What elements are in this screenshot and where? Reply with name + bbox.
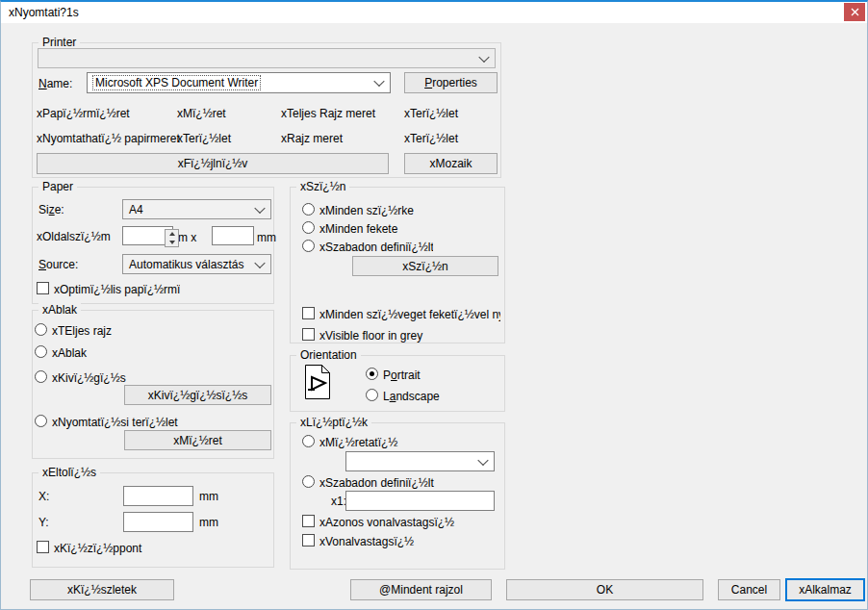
scale-x1-input[interactable] xyxy=(345,491,495,511)
filename-button[interactable]: xFï¿½jlnï¿½v xyxy=(37,153,389,174)
floor-grey-checkbox[interactable] xyxy=(302,328,315,341)
spinner-down-icon[interactable] xyxy=(166,239,178,247)
orientation-group: Orientation Portrait Landscape xyxy=(290,355,505,412)
print-dialog-window: xNyomtati?1s Printer Name: Microsoft XPS… xyxy=(0,0,868,610)
custom-color-radio[interactable] xyxy=(302,240,315,252)
print-area-radio[interactable] xyxy=(35,415,47,427)
close-icon xyxy=(851,8,859,16)
portrait-radio[interactable] xyxy=(366,368,378,380)
presets-button[interactable]: xKï¿½szletek xyxy=(30,579,174,600)
draw-all-button-label: @Mindent rajzol xyxy=(379,583,463,597)
apply-button[interactable]: xAlkalmaz xyxy=(785,578,865,601)
crop-radio[interactable] xyxy=(35,370,47,383)
cancel-button[interactable]: Cancel xyxy=(718,579,780,600)
landscape-radio[interactable] xyxy=(366,389,378,401)
text-black-checkbox-label: xMinden szï¿½veget feketï¿½vel nyomtat xyxy=(319,308,500,321)
chevron-down-icon xyxy=(477,454,488,465)
color-button-label: xSzï¿½n xyxy=(402,260,447,273)
mosaic-button[interactable]: xMozaik xyxy=(404,153,498,174)
crop-button-label: xKivï¿½gï¿½sï¿½s xyxy=(148,389,247,402)
printer-name-label: Name: xyxy=(38,77,72,90)
all-black-radio-label: xMinden fekete xyxy=(319,222,397,236)
scale-x1-label: x1: xyxy=(331,495,346,508)
all-black-radio[interactable] xyxy=(302,221,315,234)
scale-custom-radio[interactable] xyxy=(302,475,315,488)
full-drawing-size-info-label: xTeljes Rajz meret xyxy=(281,107,375,120)
offset-x-label: X: xyxy=(38,490,49,503)
size-info-label: xMï¿½ret xyxy=(177,107,226,120)
lineweight-checkbox[interactable] xyxy=(302,534,315,546)
orientation-group-label: Orientation xyxy=(296,348,361,362)
mm-label: mm xyxy=(257,231,276,244)
ok-button-label: OK xyxy=(597,583,613,597)
same-lineweight-checkbox-label: xAzonos vonalvastagsï¿½ xyxy=(319,516,454,529)
size-button[interactable]: xMï¿½ret xyxy=(124,430,271,450)
offset-y-input[interactable] xyxy=(123,512,193,532)
text-black-checkbox[interactable] xyxy=(302,307,315,319)
window-radio[interactable] xyxy=(35,345,47,358)
paper-size-select[interactable]: A4 xyxy=(122,199,271,219)
size-button-label: xMï¿½ret xyxy=(173,434,222,447)
portrait-radio-label: Portrait xyxy=(383,369,421,382)
offset-group: xEltolï¿½s X: mm Y: mm xKï¿½zï¿½ppont xyxy=(32,472,274,568)
printer-device-select[interactable] xyxy=(38,48,496,68)
paper-size-info-label: xPapï¿½rmï¿½ret xyxy=(37,107,130,120)
paper-width-stepper[interactable] xyxy=(165,229,179,247)
source-label: Source: xyxy=(38,258,78,271)
paper-group-label: Paper xyxy=(38,180,77,193)
size-label: Size: xyxy=(38,203,64,216)
draw-all-button[interactable]: @Mindent rajzol xyxy=(350,579,492,600)
mosaic-button-label: xMozaik xyxy=(429,157,472,170)
apply-button-label: xAlkalmaz xyxy=(799,583,852,597)
window-area-group: xAblak xTEljes rajz xAblak xKivï¿½gï¿½s … xyxy=(32,310,274,459)
paper-source-value: Automatikus választás xyxy=(129,258,243,271)
optimal-paper-checkbox[interactable] xyxy=(37,282,49,294)
crop-radio-label: xKivï¿½gï¿½s xyxy=(52,371,135,385)
paper-size-value: A4 xyxy=(129,203,143,216)
titlebar[interactable]: xNyomtati?1s xyxy=(1,2,867,23)
paper-source-select[interactable]: Automatikus választás xyxy=(122,254,271,274)
scale-group-label: xLï¿½ptï¿½k xyxy=(296,416,371,429)
area-info-label-2: xTerï¿½let xyxy=(177,132,231,145)
offset-x-unit-label: mm xyxy=(199,490,218,503)
crop-button[interactable]: xKivï¿½gï¿½sï¿½s xyxy=(124,385,271,405)
paper-height-input[interactable] xyxy=(212,226,254,245)
properties-button-label: Properties xyxy=(424,76,477,89)
scale-group: xLï¿½ptï¿½k xMï¿½retatï¿½ xSzabadon defi… xyxy=(290,422,505,570)
offset-group-label: xEltolï¿½s xyxy=(38,466,100,479)
area-info-label-3: xTerï¿½let xyxy=(404,132,458,145)
all-grey-radio[interactable] xyxy=(302,203,315,216)
page-count-label: xOldalszï¿½m xyxy=(37,230,111,243)
color-group: xSzï¿½n xMinden szï¿½rke xMinden fekete … xyxy=(290,187,505,343)
spinner-up-icon[interactable] xyxy=(166,230,178,239)
properties-button[interactable]: Properties xyxy=(404,72,498,93)
color-group-label: xSzï¿½n xyxy=(296,180,349,193)
chevron-down-icon xyxy=(478,51,489,62)
optimal-paper-checkbox-label: xOptimï¿½lis papï¿½rmï¿½ret xyxy=(54,283,180,296)
drawing-size-info-label: xRajz meret xyxy=(281,132,343,145)
custom-color-radio-label: xSzabadon definiï¿½lt xyxy=(319,241,433,254)
offset-x-input[interactable] xyxy=(123,486,193,506)
printable-paper-info-label: xNyomtathatï¿½ papirmeret xyxy=(37,132,180,145)
presets-button-label: xKï¿½szletek xyxy=(67,583,137,597)
window-radio-label: xAblak xyxy=(52,346,87,360)
full-drawing-radio-label: xTEljes rajz xyxy=(52,324,112,338)
center-checkbox[interactable] xyxy=(37,541,49,553)
full-drawing-radio[interactable] xyxy=(35,323,47,336)
ok-button[interactable]: OK xyxy=(506,579,703,600)
all-grey-radio-label: xMinden szï¿½rke xyxy=(319,204,427,217)
printer-group-label: Printer xyxy=(38,36,80,49)
chevron-down-icon xyxy=(254,202,265,213)
same-lineweight-checkbox[interactable] xyxy=(302,515,315,527)
scale-ratio-select[interactable] xyxy=(345,451,495,471)
paper-group: Paper Size: A4 xOldalszï¿½m mm x mm Sour… xyxy=(32,187,274,304)
filename-button-label: xFï¿½jlnï¿½v xyxy=(178,157,248,170)
close-button[interactable] xyxy=(844,3,865,21)
printer-name-select[interactable]: Microsoft XPS Document Writer xyxy=(87,72,391,93)
scale-ratio-radio[interactable] xyxy=(302,435,315,447)
color-button[interactable]: xSzï¿½n xyxy=(352,256,498,276)
window-title: xNyomtati?1s xyxy=(9,6,79,19)
offset-y-unit-label: mm xyxy=(199,516,218,529)
scale-custom-radio-label: xSzabadon definiï¿½lt xyxy=(319,476,435,490)
window-area-group-label: xAblak xyxy=(38,303,81,317)
